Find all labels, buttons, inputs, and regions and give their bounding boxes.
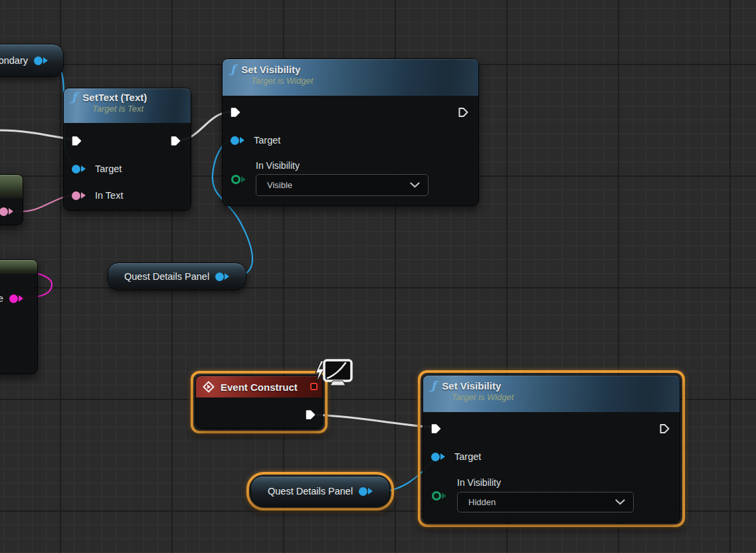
quest-details-panel-label: Quest Details Panel (268, 486, 353, 497)
set-visibility-title: Set Visibility (241, 64, 300, 75)
set-visibility-subtitle: Target is Widget (452, 392, 673, 402)
in-visibility-dropdown[interactable]: Visible (256, 174, 428, 196)
chevron-down-icon (410, 182, 420, 188)
text-output-pin[interactable] (0, 207, 17, 216)
settext-title: SetText (Text) (82, 92, 147, 103)
enum-input-pin[interactable] (231, 175, 249, 184)
function-icon: ƒ (431, 380, 436, 391)
exec-in-row (230, 106, 240, 119)
exec-in-pin[interactable] (71, 136, 82, 146)
in-visibility-selected-value: Hidden (468, 497, 496, 507)
target-pin-row: Target (431, 450, 481, 463)
exec-out-pin[interactable] (659, 423, 670, 434)
set-visibility-header: ƒ Set Visibility Target is Widget (223, 59, 478, 96)
wire-exec-eventconstruct-to-setvisibility (316, 415, 434, 427)
target-input-pin[interactable] (431, 453, 448, 461)
object-output-pin[interactable] (359, 487, 376, 496)
set-visibility-subtitle: Target is Widget (251, 76, 472, 86)
function-icon: ƒ (72, 92, 76, 103)
in-visibility-label: In Visibility (457, 477, 501, 488)
in-text-input-pin[interactable] (72, 191, 89, 200)
exec-out-pin[interactable] (458, 107, 468, 118)
object-output-pin[interactable] (215, 273, 233, 281)
exec-in-row (430, 422, 441, 435)
exec-in-pin[interactable] (230, 107, 240, 118)
in-text-label: In Text (95, 190, 123, 201)
screen-lightning-icon (313, 359, 357, 392)
target-label: Target (254, 135, 280, 146)
event-icon (203, 381, 215, 393)
exec-out-pin[interactable] (170, 136, 181, 146)
exec-in-row (71, 134, 82, 148)
set-visibility-header: ƒ Set Visibility Target is Widget (423, 376, 680, 412)
output-pin-row (0, 205, 17, 218)
settext-header: ƒ SetText (Text) Target is Text (64, 88, 191, 123)
node-event-construct[interactable]: Event Construct (195, 376, 323, 429)
exec-out-row (458, 106, 468, 119)
in-visibility-label: In Visibility (256, 160, 300, 171)
blueprint-canvas[interactable]: ondary ue ƒ SetText (Text) Target is Tex… (0, 0, 756, 553)
exec-out-row (659, 422, 670, 435)
exec-in-pin[interactable] (430, 423, 441, 434)
chevron-down-icon (615, 499, 625, 505)
target-label: Target (95, 164, 122, 174)
variable-node-secondary[interactable]: ondary (0, 44, 64, 77)
event-construct-header: Event Construct (196, 376, 322, 397)
return-value-label: ue (0, 293, 3, 304)
quest-details-panel-label: Quest Details Panel (124, 271, 209, 282)
string-output-pin[interactable] (9, 294, 27, 303)
target-input-pin[interactable] (72, 165, 89, 173)
node-pure-function-truncated-1[interactable] (0, 174, 23, 225)
exec-out-row (170, 134, 181, 148)
variable-node-quest-details-panel-top[interactable]: Quest Details Panel (108, 263, 246, 290)
set-visibility-title: Set Visibility (442, 380, 501, 391)
in-visibility-pin-row (432, 489, 450, 502)
target-pin-row: Target (72, 162, 122, 175)
target-label: Target (454, 451, 481, 462)
monitor-cursor (313, 359, 357, 392)
in-visibility-pin-row (231, 173, 249, 186)
target-pin-row: Target (231, 134, 280, 147)
node-pure-function-truncated-2[interactable]: ue (0, 259, 38, 374)
output-pin-row: ue (0, 292, 27, 305)
node-settext[interactable]: ƒ SetText (Text) Target is Text Target I… (63, 88, 191, 211)
pure-function-header (0, 260, 37, 274)
intext-pin-row: In Text (72, 189, 123, 202)
object-output-pin[interactable] (34, 56, 51, 65)
variable-node-quest-details-panel-bottom[interactable]: Quest Details Panel (250, 476, 390, 506)
in-visibility-selected-value: Visible (267, 180, 292, 190)
settext-subtitle: Target is Text (92, 104, 184, 114)
target-input-pin[interactable] (231, 136, 248, 145)
enum-input-pin[interactable] (432, 491, 450, 500)
in-visibility-dropdown[interactable]: Hidden (457, 492, 634, 512)
pure-function-header (0, 175, 23, 198)
exec-out-pin[interactable] (305, 409, 316, 420)
variable-secondary-label: ondary (0, 55, 28, 66)
event-construct-title: Event Construct (221, 382, 298, 393)
exec-out-row (305, 408, 316, 421)
node-set-visibility-top[interactable]: ƒ Set Visibility Target is Widget Target… (222, 58, 479, 206)
node-set-visibility-bottom[interactable]: ƒ Set Visibility Target is Widget Target… (423, 375, 680, 522)
function-icon: ƒ (231, 64, 235, 75)
